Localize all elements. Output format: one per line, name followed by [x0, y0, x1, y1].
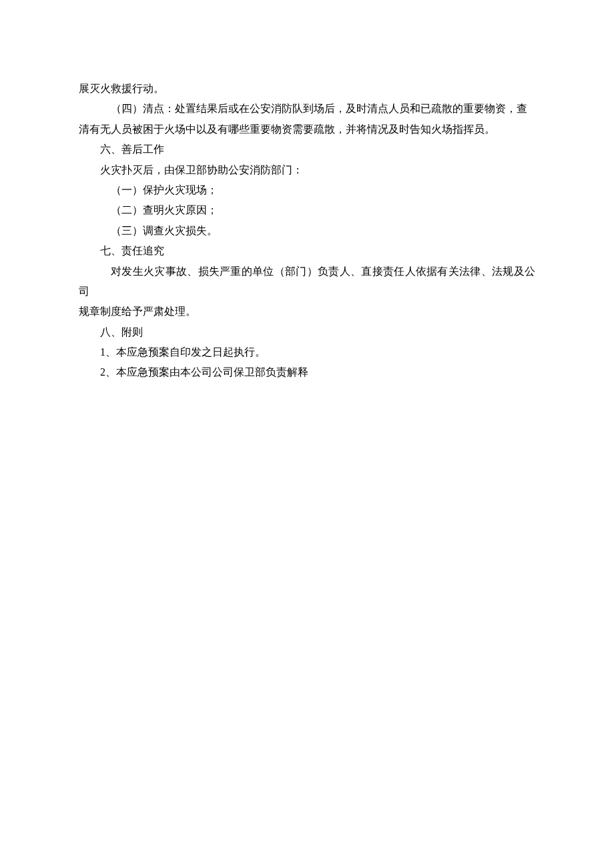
section-six-heading: 六、善后工作: [79, 139, 535, 159]
section-seven-body: 对发生火灾事故、损失严重的单位（部门）负责人、直接责任人依据有关法律、法规及公司: [79, 262, 535, 302]
section-six-item-two: （二）查明火灾原因；: [79, 200, 535, 220]
document-body: 展灭火救援行动。 （四）清点：处置结果后或在公安消防队到场后，及时清点人员和已疏…: [79, 79, 535, 383]
section-six-item-one: （一）保护火灾现场；: [79, 180, 535, 200]
item-four-continuation: 清有无人员被困于火场中以及有哪些重要物资需要疏散，并将情况及时告知火场指挥员。: [79, 119, 535, 139]
section-six-intro: 火灾扑灭后，由保卫部协助公安消防部门：: [79, 160, 535, 180]
section-eight-heading: 八、附则: [79, 322, 535, 342]
section-seven-heading: 七、责任追究: [79, 241, 535, 261]
paragraph-continuation: 展灭火救援行动。: [79, 79, 535, 99]
section-seven-continuation: 规章制度给予严肃处理。: [79, 302, 535, 322]
section-eight-item-two: 2、本应急预案由本公司公司保卫部负责解释: [79, 362, 535, 382]
item-four: （四）清点：处置结果后或在公安消防队到场后，及时清点人员和已疏散的重要物资，查: [79, 99, 535, 119]
section-eight-item-one: 1、本应急预案自印发之日起执行。: [79, 342, 535, 362]
section-six-item-three: （三）调查火灾损失。: [79, 221, 535, 241]
